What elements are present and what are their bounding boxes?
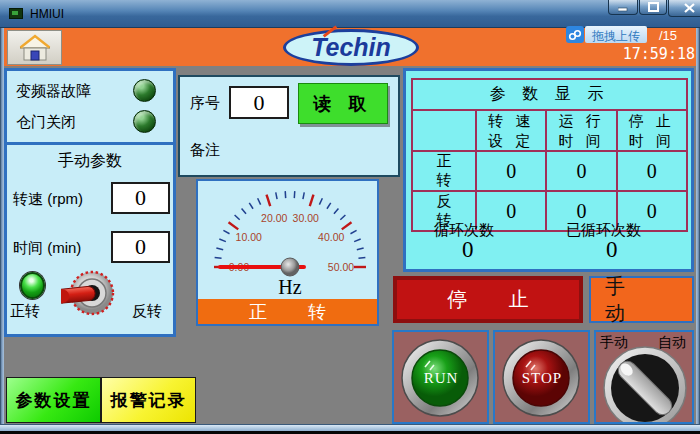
titlebar: HMIUI [0, 0, 700, 28]
app-icon [9, 8, 23, 19]
speed-input[interactable]: 0 [111, 182, 170, 214]
window-bottom-edge [0, 424, 700, 431]
stop-button-panel: STOP [493, 330, 590, 424]
svg-text:40.00: 40.00 [318, 231, 344, 243]
upload-label[interactable]: 拖拽上传 [585, 26, 647, 43]
svg-text:50.00: 50.00 [328, 261, 354, 273]
remark-label: 备注 [190, 141, 220, 160]
speed-label: 转速 (rpm) [13, 190, 83, 209]
gauge-unit: Hz [278, 276, 301, 298]
svg-text:30.00: 30.00 [293, 212, 319, 224]
run-button-panel: RUN [392, 330, 489, 424]
reverse-label: 反转 [132, 302, 162, 321]
direction-status-bar: 正 转 [198, 299, 377, 324]
close-button[interactable] [668, 0, 700, 17]
param-settings-button[interactable]: 参数设置 [6, 377, 101, 423]
serial-read-panel: 序号 0 读 取 备注 [178, 75, 400, 177]
home-button[interactable] [7, 30, 62, 65]
mode-knob[interactable] [596, 332, 692, 422]
clock: 17:59:18 [600, 45, 695, 63]
frequency-gauge-panel: Hz 0.0010.0020.0030.0040.0050.00 正 转 [196, 179, 379, 326]
cell-forward-runtime: 0 [546, 151, 616, 191]
time-label: 时间 (min) [13, 239, 81, 258]
col-header-speed: 转 速设 定 [476, 110, 546, 151]
status-manual-panel: 变频器故障 仓门关闭 手动参数 转速 (rpm) 0 时间 (min) 0 正转 [4, 68, 176, 337]
page-indicator: /15 [659, 28, 677, 43]
stop-round-button[interactable]: STOP [495, 332, 588, 422]
frequency-gauge: Hz 0.0010.0020.0030.0040.0050.00 [198, 181, 377, 299]
cycles-done-value: 0 [606, 237, 618, 263]
table-title: 参 数 显 示 [412, 79, 687, 110]
door-closed-light-icon [133, 110, 156, 133]
col-header-stoptime: 停 止时 间 [617, 110, 687, 151]
run-button[interactable]: RUN [394, 332, 487, 422]
window-right-edge [696, 28, 700, 424]
parameter-display-panel: 参 数 显 示 转 速设 定 运 行时 间 停 止时 间 正 转 0 0 0 [403, 68, 694, 272]
manual-params-title: 手动参数 [7, 151, 173, 172]
inverter-fault-label: 变频器故障 [16, 82, 91, 101]
serial-input[interactable]: 0 [229, 86, 289, 119]
close-icon [684, 3, 695, 13]
inverter-fault-light-icon [133, 79, 156, 102]
direction-toggle-switch[interactable] [61, 266, 117, 322]
row-label-forward: 正 转 [412, 151, 476, 191]
svg-text:20.00: 20.00 [261, 212, 287, 224]
logo-text: Techin [311, 33, 391, 62]
cycles-done-label: 已循环次数 [566, 221, 641, 240]
maximize-icon [648, 2, 659, 12]
table-corner-cell [412, 110, 476, 151]
hmi-window: HMIUI Techin [0, 0, 700, 434]
home-icon [18, 34, 52, 62]
cycles-value: 0 [462, 237, 474, 263]
window-title: HMIUI [30, 7, 64, 21]
time-input[interactable]: 0 [111, 231, 170, 263]
svg-text:10.00: 10.00 [236, 231, 262, 243]
forward-label: 正转 [10, 302, 40, 321]
run-button-label: RUN [424, 370, 459, 386]
alarm-record-button[interactable]: 报警记录 [101, 377, 196, 423]
cell-forward-speed: 0 [476, 151, 546, 191]
mode-knob-panel: 手动 自动 [594, 330, 694, 424]
stop-button[interactable]: 停 止 [393, 276, 583, 323]
stop-button-label: STOP [522, 370, 562, 386]
parameter-table: 参 数 显 示 转 速设 定 运 行时 间 停 止时 间 正 转 0 0 0 [411, 78, 688, 232]
panel-divider [7, 142, 173, 145]
maximize-button[interactable] [639, 0, 667, 15]
header-bar: Techin 拖拽上传 /15 17:59:18 [4, 28, 696, 66]
upload-share-icon[interactable] [566, 26, 584, 43]
cell-forward-stoptime: 0 [617, 151, 687, 191]
read-button[interactable]: 读 取 [298, 83, 388, 124]
forward-led-icon [20, 272, 45, 299]
minimize-button[interactable] [608, 0, 638, 15]
serial-label: 序号 [190, 94, 220, 113]
techin-logo: Techin [283, 29, 419, 66]
col-header-runtime: 运 行时 间 [546, 110, 616, 151]
manual-mode-button[interactable]: 手 动 [589, 276, 694, 323]
minimize-icon [618, 3, 628, 12]
door-closed-label: 仓门关闭 [16, 113, 76, 132]
